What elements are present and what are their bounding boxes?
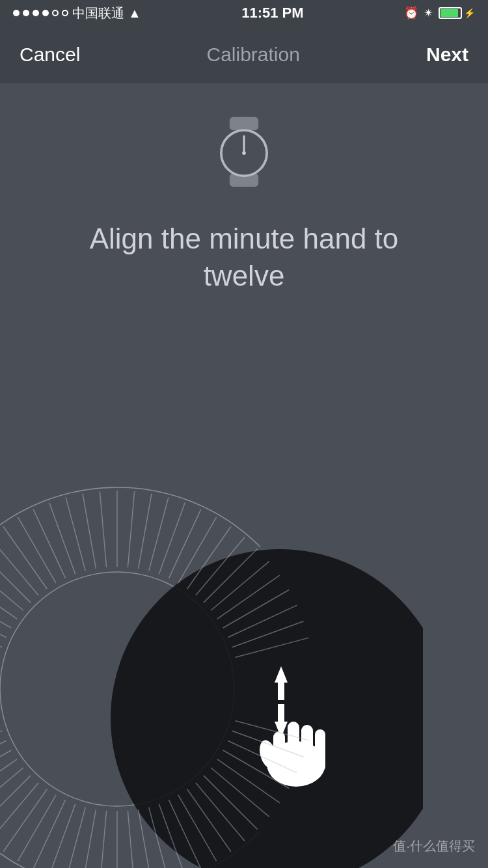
instruction-text: Align the minute hand to twelve bbox=[0, 207, 488, 320]
svg-line-83 bbox=[66, 497, 85, 571]
svg-line-60 bbox=[0, 768, 23, 817]
ticks-overlay bbox=[0, 445, 423, 868]
svg-line-24 bbox=[169, 509, 201, 578]
svg-line-38 bbox=[223, 750, 289, 789]
battery-container: ⚡ bbox=[439, 7, 475, 19]
status-left: 中国联通 ▲ bbox=[13, 5, 141, 22]
battery-fill bbox=[441, 9, 458, 17]
svg-line-25 bbox=[178, 517, 217, 583]
cancel-button[interactable]: Cancel bbox=[20, 44, 80, 66]
svg-point-4 bbox=[242, 151, 246, 155]
svg-line-36 bbox=[232, 731, 304, 757]
signal-dot-2 bbox=[23, 10, 29, 16]
signal-dot-4 bbox=[42, 10, 49, 16]
svg-line-84 bbox=[83, 494, 96, 569]
svg-line-47 bbox=[149, 807, 169, 868]
charging-icon: ⚡ bbox=[464, 8, 475, 18]
watermark: 值·什么值得买 bbox=[393, 837, 475, 855]
svg-line-78 bbox=[0, 537, 38, 595]
signal-dots bbox=[13, 10, 68, 16]
svg-line-37 bbox=[228, 741, 297, 773]
status-right: ⏰ ✴ ⚡ bbox=[404, 6, 475, 20]
status-time: 11:51 PM bbox=[241, 5, 303, 21]
signal-dot-3 bbox=[33, 10, 39, 16]
svg-line-63 bbox=[0, 741, 7, 773]
svg-line-48 bbox=[139, 809, 152, 868]
svg-line-33 bbox=[232, 621, 304, 647]
svg-rect-0 bbox=[230, 117, 258, 130]
svg-line-45 bbox=[169, 800, 201, 868]
status-bar: 中国联通 ▲ 11:51 PM ⏰ ✴ ⚡ bbox=[0, 0, 488, 26]
svg-line-56 bbox=[18, 795, 57, 861]
watch-icon-area bbox=[0, 83, 488, 207]
svg-line-53 bbox=[66, 807, 85, 868]
instruction-line1: Align the minute hand to bbox=[90, 223, 399, 254]
signal-dot-6 bbox=[62, 10, 68, 16]
main-content: Align the minute hand to twelve Ge bbox=[0, 83, 488, 868]
svg-line-32 bbox=[228, 605, 297, 637]
svg-line-23 bbox=[159, 502, 185, 574]
svg-line-51 bbox=[100, 811, 106, 868]
signal-dot-5 bbox=[52, 10, 59, 16]
watch-icon bbox=[205, 116, 283, 194]
wifi-icon: ▲ bbox=[128, 6, 141, 21]
svg-line-76 bbox=[0, 562, 23, 610]
svg-line-44 bbox=[178, 795, 217, 861]
bluetooth-icon: ✴ bbox=[424, 6, 433, 20]
alarm-icon: ⏰ bbox=[404, 6, 418, 20]
svg-line-58 bbox=[0, 783, 38, 841]
svg-line-49 bbox=[128, 811, 134, 868]
svg-line-55 bbox=[33, 800, 65, 868]
svg-line-81 bbox=[33, 509, 65, 578]
svg-line-80 bbox=[18, 517, 57, 583]
carrier-name: 中国联通 bbox=[72, 5, 124, 22]
svg-line-21 bbox=[139, 494, 152, 569]
svg-line-85 bbox=[100, 491, 106, 567]
page-title: Calibration bbox=[206, 44, 299, 66]
svg-line-52 bbox=[83, 809, 96, 868]
instruction-line2: twelve bbox=[204, 260, 285, 292]
signal-dot-1 bbox=[13, 10, 20, 16]
nav-bar: Cancel Calibration Next bbox=[0, 26, 488, 83]
svg-line-22 bbox=[149, 497, 169, 571]
svg-line-31 bbox=[223, 590, 289, 629]
svg-line-73 bbox=[0, 605, 7, 637]
battery-icon bbox=[439, 7, 462, 19]
svg-line-34 bbox=[236, 638, 309, 657]
svg-line-61 bbox=[0, 759, 17, 803]
svg-line-35 bbox=[236, 721, 309, 740]
svg-line-75 bbox=[0, 575, 17, 619]
next-button[interactable]: Next bbox=[426, 44, 468, 66]
svg-line-82 bbox=[49, 502, 75, 574]
dial-container[interactable]: Generate 72 tick marks around center (28… bbox=[0, 445, 423, 868]
svg-line-20 bbox=[128, 491, 134, 567]
